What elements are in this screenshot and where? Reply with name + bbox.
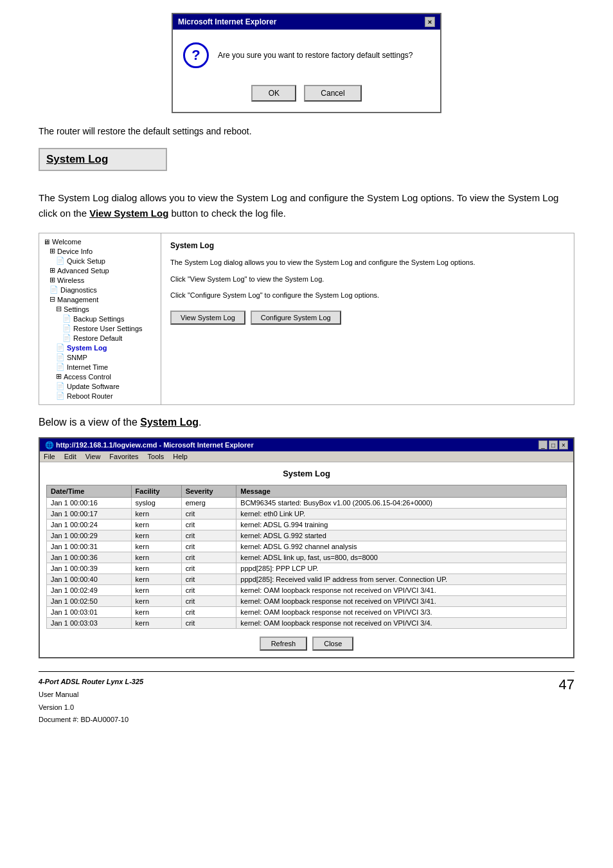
menu-file[interactable]: File bbox=[44, 453, 55, 460]
content-p1: The System Log dialog allows you to view… bbox=[170, 257, 565, 269]
nav-label-restoredefault: Restore Default bbox=[73, 334, 122, 342]
dialog-box: Microsoft Internet Explorer × ? Are you … bbox=[172, 13, 441, 113]
section-header-container: System Log bbox=[39, 148, 574, 180]
cell-facility: kern bbox=[131, 509, 181, 520]
refresh-button[interactable]: Refresh bbox=[260, 637, 308, 651]
desc-bold: View System Log bbox=[89, 208, 168, 219]
menu-view[interactable]: View bbox=[85, 453, 101, 460]
content-title: System Log bbox=[170, 240, 565, 252]
description-text: The System Log dialog allows you to view… bbox=[39, 190, 574, 221]
nav-tree: 🖥 Welcome ⊞ Device Info 📄 Quick Setup ⊞ … bbox=[39, 233, 161, 404]
nav-item-welcome[interactable]: 🖥 Welcome bbox=[42, 237, 158, 246]
cell-message: pppd[285]: PPP LCP UP. bbox=[236, 563, 567, 574]
col-severity: Severity bbox=[181, 485, 236, 498]
nav-icon-advancedsetup: ⊞ bbox=[49, 266, 55, 275]
nav-icon-welcome: 🖥 bbox=[43, 238, 50, 246]
nav-label-deviceinfo: Device Info bbox=[57, 248, 93, 255]
cell-datetime: Jan 1 00:00:39 bbox=[47, 563, 132, 574]
nav-label-accesscontrol: Access Control bbox=[64, 373, 111, 381]
dialog-message: Are you sure you want to restore factory… bbox=[218, 50, 413, 61]
nav-item-advancedsetup[interactable]: ⊞ Advanced Setup bbox=[42, 266, 158, 275]
nav-item-restoreusersettings[interactable]: 📄 Restore User Settings bbox=[42, 323, 158, 333]
browser-close-button[interactable]: × bbox=[559, 440, 568, 449]
browser-title-icon: 🌐 bbox=[45, 441, 56, 449]
cell-datetime: Jan 1 00:03:03 bbox=[47, 618, 132, 629]
restore-text: The router will restore the default sett… bbox=[39, 126, 574, 136]
browser-window: 🌐 http://192.168.1.1/logview.cmd - Micro… bbox=[39, 437, 574, 658]
configure-system-log-button[interactable]: Configure System Log bbox=[251, 311, 341, 325]
menu-edit[interactable]: Edit bbox=[64, 453, 76, 460]
nav-item-wireless[interactable]: ⊞ Wireless bbox=[42, 275, 158, 285]
cell-severity: crit bbox=[181, 563, 236, 574]
content-p3: Click "Configure System Log" to configur… bbox=[170, 290, 565, 302]
nav-label-restoreusersettings: Restore User Settings bbox=[73, 325, 143, 332]
nav-item-deviceinfo[interactable]: ⊞ Device Info bbox=[42, 246, 158, 256]
menu-tools[interactable]: Tools bbox=[148, 453, 164, 460]
nav-item-snmp[interactable]: 📄 SNMP bbox=[42, 352, 158, 362]
ok-button[interactable]: OK bbox=[251, 85, 296, 102]
table-row: Jan 1 00:00:31kerncritkernel: ADSL G.992… bbox=[47, 541, 567, 552]
cell-message: kernel: ADSL link up, fast, us=800, ds=8… bbox=[236, 552, 567, 563]
cell-message: kernel: OAM loopback response not receiv… bbox=[236, 607, 567, 618]
nav-item-management[interactable]: ⊟ Management bbox=[42, 294, 158, 304]
table-row: Jan 1 00:00:24kerncritkernel: ADSL G.994… bbox=[47, 520, 567, 530]
below-text: Below is a view of the System Log. bbox=[39, 417, 574, 428]
nav-item-rebootrouter[interactable]: 📄 Reboot Router bbox=[42, 391, 158, 401]
nav-label-wireless: Wireless bbox=[57, 276, 84, 284]
view-system-log-button[interactable]: View System Log bbox=[170, 311, 245, 325]
cell-datetime: Jan 1 00:03:01 bbox=[47, 607, 132, 618]
menu-help[interactable]: Help bbox=[173, 453, 188, 460]
cell-datetime: Jan 1 00:00:17 bbox=[47, 509, 132, 520]
cell-severity: emerg bbox=[181, 498, 236, 509]
nav-icon-deviceinfo: ⊞ bbox=[49, 247, 55, 255]
dialog-overlay: Microsoft Internet Explorer × ? Are you … bbox=[39, 13, 574, 113]
cell-severity: crit bbox=[181, 509, 236, 520]
nav-icon-updatesoftware: 📄 bbox=[56, 382, 65, 390]
browser-maximize-button[interactable]: □ bbox=[549, 440, 558, 449]
nav-item-settings[interactable]: ⊟ Settings bbox=[42, 304, 158, 314]
nav-item-restoredefault[interactable]: 📄 Restore Default bbox=[42, 333, 158, 343]
nav-item-systemlog[interactable]: 📄 System Log bbox=[42, 343, 158, 352]
nav-label-backupsettings: Backup Settings bbox=[73, 315, 125, 323]
cell-facility: kern bbox=[131, 530, 181, 541]
nav-label-updatesoftware: Update Software bbox=[67, 383, 120, 390]
nav-item-quicksetup[interactable]: 📄 Quick Setup bbox=[42, 256, 158, 266]
cell-severity: crit bbox=[181, 552, 236, 563]
nav-icon-management: ⊟ bbox=[49, 295, 55, 303]
nav-label-internettime: Internet Time bbox=[67, 363, 108, 371]
browser-minimize-button[interactable]: _ bbox=[538, 440, 547, 449]
below-part1: Below is a view of the bbox=[39, 417, 140, 428]
cell-facility: kern bbox=[131, 552, 181, 563]
nav-item-diagnostics[interactable]: 📄 Diagnostics bbox=[42, 285, 158, 294]
cell-severity: crit bbox=[181, 596, 236, 607]
nav-icon-rebootrouter: 📄 bbox=[56, 392, 65, 400]
cancel-button[interactable]: Cancel bbox=[304, 85, 361, 102]
nav-icon-systemlog: 📄 bbox=[56, 343, 65, 352]
nav-label-advancedsetup: Advanced Setup bbox=[57, 267, 109, 275]
nav-label-settings: Settings bbox=[64, 305, 89, 313]
nav-content-panel: 🖥 Welcome ⊞ Device Info 📄 Quick Setup ⊞ … bbox=[39, 233, 574, 405]
version: Version 1.0 bbox=[39, 701, 574, 714]
table-row: Jan 1 00:02:50kerncritkernel: OAM loopba… bbox=[47, 596, 567, 607]
cell-severity: crit bbox=[181, 585, 236, 596]
cell-message: kernel: OAM loopback response not receiv… bbox=[236, 618, 567, 629]
dialog-close-button[interactable]: × bbox=[425, 17, 435, 27]
doc-type: User Manual bbox=[39, 689, 574, 701]
nav-label-rebootrouter: Reboot Router bbox=[67, 392, 113, 400]
cell-message: kernel: OAM loopback response not receiv… bbox=[236, 596, 567, 607]
close-button[interactable]: Close bbox=[312, 637, 353, 651]
cell-severity: crit bbox=[181, 574, 236, 585]
nav-label-systemlog: System Log bbox=[67, 344, 107, 352]
menu-favorites[interactable]: Favorites bbox=[109, 453, 138, 460]
nav-icon-settings: ⊟ bbox=[56, 305, 62, 313]
cell-datetime: Jan 1 00:00:29 bbox=[47, 530, 132, 541]
browser-content: System Log Date/Time Facility Severity M… bbox=[40, 462, 573, 657]
content-panel-buttons: View System Log Configure System Log bbox=[170, 311, 565, 325]
nav-item-internettime[interactable]: 📄 Internet Time bbox=[42, 362, 158, 372]
product-name: 4-Port ADSL Router Lynx L-325 bbox=[39, 676, 574, 689]
nav-item-accesscontrol[interactable]: ⊞ Access Control bbox=[42, 372, 158, 381]
cell-severity: crit bbox=[181, 618, 236, 629]
desc-part2: button to check the log file. bbox=[168, 208, 286, 219]
nav-item-backupsettings[interactable]: 📄 Backup Settings bbox=[42, 314, 158, 323]
nav-item-updatesoftware[interactable]: 📄 Update Software bbox=[42, 381, 158, 391]
